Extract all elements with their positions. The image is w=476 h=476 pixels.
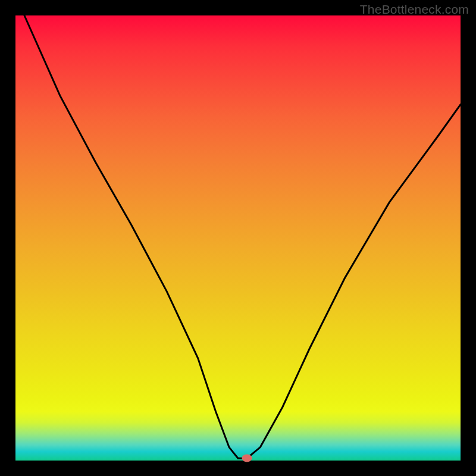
plot-area: [15, 15, 461, 461]
bottleneck-curve: [15, 15, 461, 461]
curve-path: [24, 15, 461, 458]
chart-frame: TheBottleneck.com: [0, 0, 476, 476]
minimum-marker: [242, 455, 252, 462]
watermark-text: TheBottleneck.com: [360, 2, 469, 17]
